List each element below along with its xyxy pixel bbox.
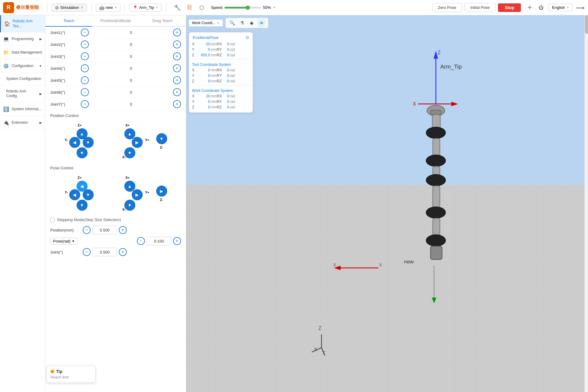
- svg-point-12: [426, 127, 446, 139]
- power-icon[interactable]: ⏻: [536, 3, 546, 13]
- sidebar-item-label-robotic-arm: Robotic Arm Tea...: [13, 19, 42, 28]
- logo-icon: R: [3, 2, 14, 13]
- sidebar-item-robotic-arm[interactable]: 🏠 Robotic Arm Tea...: [0, 15, 45, 32]
- speed-chevron[interactable]: ▼: [273, 6, 276, 9]
- initial-pose-button[interactable]: Initial Pose: [465, 3, 496, 12]
- work-coord-dropdown[interactable]: Work Coordi... ▼: [189, 19, 223, 27]
- joint4-plus[interactable]: +: [173, 64, 181, 72]
- action-icons: ✛ ⏻: [525, 3, 546, 13]
- pos-arrow-z-minus[interactable]: ▼: [156, 133, 167, 144]
- svg-text:Arm_Tip: Arm_Tip: [440, 63, 462, 70]
- copy-icon[interactable]: ⧉: [246, 35, 249, 40]
- stop-button[interactable]: Stop: [498, 3, 521, 12]
- pos-y-plus-btn[interactable]: ▶: [132, 137, 143, 148]
- logout-button[interactable]: ⟶: [575, 3, 585, 13]
- pose-rad-plus[interactable]: +: [173, 237, 181, 245]
- joint5-plus[interactable]: +: [173, 76, 181, 84]
- work-row-z: Z 0 mm RZ 0 rad: [189, 104, 253, 110]
- pose-rad-dropdown[interactable]: Pose(rad) ▼: [50, 238, 77, 245]
- svg-point-14: [426, 155, 446, 167]
- tab-drag-teach[interactable]: Drag Teach: [139, 15, 186, 27]
- svg-text:Z: Z: [438, 50, 441, 55]
- pos-z-minus-center[interactable]: ▼: [77, 147, 88, 158]
- sidebar-item-label-sys-config: System Configuration: [6, 77, 41, 81]
- crosshair-icon[interactable]: ✛: [525, 3, 534, 13]
- joint6-minus[interactable]: −: [81, 88, 89, 96]
- pose-position-title: Position&Pose: [193, 35, 219, 40]
- joint-row-1: Joint1(°) − 0 +: [45, 27, 186, 39]
- speed-value: 50%: [263, 5, 271, 10]
- sidebar-item-data-management[interactable]: 📁 Data Management: [0, 46, 45, 59]
- joint-deg-plus[interactable]: +: [119, 248, 127, 256]
- pose-y-minus-btn[interactable]: ◀: [69, 189, 80, 200]
- pose-y-plus-btn[interactable]: ▶: [132, 189, 143, 200]
- speed-slider[interactable]: [224, 7, 261, 9]
- zero-pose-button[interactable]: Zero Pose: [432, 3, 462, 12]
- box-icon[interactable]: ⬡: [197, 3, 207, 13]
- joint-deg-minus[interactable]: −: [83, 248, 91, 256]
- joint2-plus[interactable]: +: [173, 40, 181, 48]
- position-mm-value: 0.500: [92, 226, 117, 234]
- position-mm-minus[interactable]: −: [83, 226, 91, 234]
- vp-eye-icon[interactable]: 👁: [258, 19, 266, 27]
- svg-rect-21: [431, 246, 442, 259]
- tab-teach[interactable]: Teach: [45, 15, 92, 27]
- tip-title: Tip: [56, 369, 62, 374]
- tab-position-attitude[interactable]: Position&Attitude: [92, 15, 139, 27]
- joint4-minus[interactable]: −: [81, 64, 89, 72]
- vp-layers-icon[interactable]: ⚗: [238, 19, 246, 27]
- joint3-plus[interactable]: +: [173, 52, 181, 60]
- position-mm-plus[interactable]: +: [119, 226, 127, 234]
- joint2-minus[interactable]: −: [81, 40, 89, 48]
- joint-row-7: Joint7(°) − 0 +: [45, 98, 186, 110]
- joint4-value: 0: [89, 66, 173, 71]
- tool-y: 0: [196, 74, 210, 78]
- sidebar-item-robotic-arm-config[interactable]: Robotic Arm Config. ▶: [0, 85, 45, 103]
- pos-z-minus-section: ▼ Z-: [156, 133, 167, 149]
- play-icon[interactable]: 🔧: [172, 3, 182, 13]
- pos-center-btn[interactable]: ▼: [83, 137, 94, 148]
- viewport: Arm_Tip Z X: [186, 15, 588, 392]
- tip-dropdown[interactable]: 📍 Arm_Tip ▼: [129, 4, 162, 12]
- logo-text: 睿尔曼智能: [16, 5, 39, 10]
- vp-diamond-icon[interactable]: ◆: [248, 19, 256, 27]
- vp-magnet-icon[interactable]: 🔍: [228, 19, 236, 27]
- pose-center-btn[interactable]: ▼: [83, 189, 94, 200]
- pose-x-plus-btn[interactable]: ▲: [124, 181, 135, 192]
- pos-y-minus-btn[interactable]: ◀: [69, 137, 80, 148]
- language-selector[interactable]: English ▼: [548, 4, 573, 11]
- joint1-plus[interactable]: +: [173, 28, 181, 36]
- pose-arrow-z-minus[interactable]: ▶: [156, 186, 167, 197]
- joint2-label: Joint2(°): [50, 42, 81, 47]
- programming-icon: 💻: [3, 36, 9, 42]
- sidebar-item-configuration[interactable]: ⚙️ Configuration ▼: [0, 59, 45, 73]
- joint6-plus[interactable]: +: [173, 88, 181, 96]
- tool-ry: 0: [223, 74, 229, 78]
- model-dropdown[interactable]: 🤖 new ▼: [96, 4, 121, 12]
- pos-x-plus-btn[interactable]: ▲: [124, 128, 135, 139]
- joint7-plus[interactable]: +: [173, 100, 181, 108]
- joint1-minus[interactable]: −: [81, 28, 89, 36]
- work-x: 20: [196, 94, 210, 98]
- pose-rad-minus[interactable]: −: [137, 237, 145, 245]
- stepping-checkbox[interactable]: [50, 218, 55, 222]
- scrollbar-thumb[interactable]: [585, 15, 588, 34]
- scrollbar-track[interactable]: [584, 15, 588, 392]
- chain-icon[interactable]: ⛓: [185, 3, 194, 13]
- sidebar-item-system-config[interactable]: System Configuration: [0, 73, 45, 85]
- work-z: 0: [196, 105, 210, 109]
- sidebar-item-system-info[interactable]: ℹ️ System Informat...: [0, 103, 45, 116]
- joint5-minus[interactable]: −: [81, 76, 89, 84]
- topbar: R 睿尔曼智能 ⊙ Simulation ▼ 🤖 new ▼ 📍 Arm_Tip…: [0, 0, 588, 15]
- joint7-minus[interactable]: −: [81, 100, 89, 108]
- mode-button[interactable]: ⊙ Simulation ▼: [52, 4, 87, 12]
- sidebar-item-label-arm-config: Robotic Arm Config.: [6, 89, 37, 99]
- pose-rad-row: Pose(rad) ▼ − 0.100 +: [45, 236, 186, 247]
- mode-label: Simulation: [60, 5, 79, 10]
- pose-x-plus-label: X+: [126, 176, 130, 179]
- sidebar-item-extension[interactable]: 🔌 Extension ▶: [0, 116, 45, 130]
- pose-z-minus-btn[interactable]: ▼: [77, 200, 88, 211]
- pose-panel-header: Position&Pose ⧉: [189, 32, 253, 41]
- sidebar-item-programming[interactable]: 💻 Programming ▶: [0, 32, 45, 46]
- joint3-minus[interactable]: −: [81, 52, 89, 60]
